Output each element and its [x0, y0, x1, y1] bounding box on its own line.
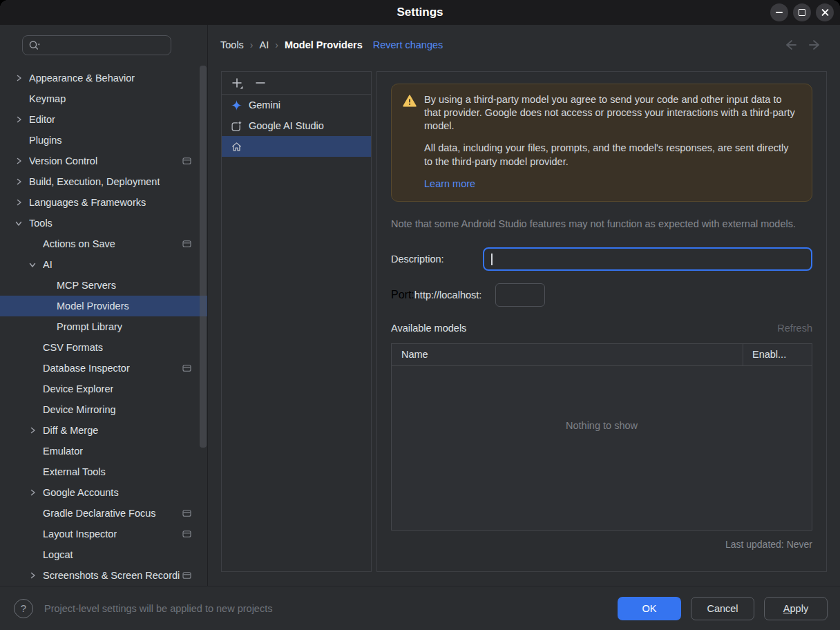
sidebar-item-languages-frameworks[interactable]: Languages & Frameworks — [0, 192, 207, 213]
ide-settings-badge-icon — [182, 240, 191, 248]
breadcrumb-tools[interactable]: Tools — [220, 39, 244, 50]
sidebar-item-actions-on-save[interactable]: Actions on Save — [0, 233, 207, 254]
sidebar-item-device-mirroring[interactable]: Device Mirroring — [0, 399, 207, 420]
provider-item-gemini[interactable]: Gemini — [222, 95, 371, 115]
sidebar-item-label: MCP Servers — [57, 280, 116, 291]
sidebar-item-layout-inspector[interactable]: Layout Inspector — [0, 524, 207, 544]
text-caret — [491, 254, 493, 265]
models-table-header: Name Enabl... — [392, 344, 812, 366]
cancel-button[interactable]: Cancel — [691, 597, 754, 620]
breadcrumb-ai[interactable]: AI — [260, 39, 269, 50]
sidebar-item-build-execution-deployment[interactable]: Build, Execution, Deployment — [0, 171, 207, 192]
settings-search-box[interactable] — [22, 35, 171, 55]
sidebar-item-label: AI — [43, 259, 52, 270]
help-button[interactable]: ? — [14, 599, 33, 618]
warning-paragraph-1: By using a third-party model you agree t… — [424, 93, 799, 133]
provider-detail-panel: By using a third-party model you agree t… — [376, 71, 827, 572]
apply-button[interactable]: Apply — [764, 597, 828, 620]
window-controls — [770, 3, 834, 21]
sidebar-item-mcp-servers[interactable]: MCP Servers — [0, 275, 207, 296]
provider-item-new[interactable] — [222, 136, 371, 157]
sidebar-item-version-control[interactable]: Version Control — [0, 151, 207, 171]
models-table: Name Enabl... Nothing to show — [391, 343, 812, 531]
sidebar-item-label: CSV Formats — [43, 342, 103, 353]
sidebar-item-csv-formats[interactable]: CSV Formats — [0, 337, 207, 358]
sidebar-item-screenshots-screen-recordi[interactable]: Screenshots & Screen Recordi — [0, 565, 207, 586]
history-nav — [783, 39, 822, 50]
sidebar-item-label: External Tools — [43, 466, 106, 477]
external-models-note: Note that some Android Studio features m… — [391, 218, 812, 229]
column-header-name[interactable]: Name — [392, 349, 743, 360]
close-button[interactable] — [816, 3, 834, 21]
chevron-right-icon[interactable] — [14, 198, 23, 207]
chevron-down-icon[interactable] — [14, 218, 23, 228]
remove-provider-button[interactable] — [254, 77, 267, 89]
sidebar-item-diff-merge[interactable]: Diff & Merge — [0, 420, 207, 441]
search-input[interactable] — [44, 39, 151, 52]
chevron-right-icon[interactable] — [28, 488, 37, 497]
sidebar-item-editor[interactable]: Editor — [0, 109, 207, 130]
learn-more-link[interactable]: Learn more — [424, 178, 475, 191]
sidebar-item-keymap[interactable]: Keymap — [0, 88, 207, 109]
sidebar-item-external-tools[interactable]: External Tools — [0, 461, 207, 482]
sidebar-item-device-explorer[interactable]: Device Explorer — [0, 379, 207, 399]
sidebar-item-gradle-declarative-focus[interactable]: Gradle Declarative Focus — [0, 503, 207, 524]
add-provider-button[interactable] — [231, 77, 243, 89]
description-label: Description: — [391, 254, 483, 265]
back-arrow-icon[interactable] — [783, 39, 797, 50]
sidebar-item-label: Google Accounts — [43, 487, 119, 498]
search-icon — [28, 39, 41, 51]
sidebar-scrollbar[interactable] — [200, 66, 207, 448]
sidebar-item-emulator[interactable]: Emulator — [0, 441, 207, 461]
revert-changes-link[interactable]: Revert changes — [373, 39, 443, 50]
chevron-down-icon[interactable] — [28, 260, 37, 269]
home-icon — [231, 141, 242, 153]
sidebar-item-appearance-behavior[interactable]: Appearance & Behavior — [0, 68, 207, 88]
sidebar-item-plugins[interactable]: Plugins — [0, 130, 207, 151]
ide-settings-badge-icon — [182, 157, 191, 165]
sidebar-item-label: Version Control — [29, 155, 97, 166]
ai-studio-icon — [231, 120, 242, 132]
port-field[interactable] — [495, 283, 545, 307]
sidebar-item-label: Diff & Merge — [43, 425, 98, 436]
sidebar-item-label: Database Inspector — [43, 363, 130, 374]
minimize-icon — [776, 12, 783, 13]
sidebar-item-database-inspector[interactable]: Database Inspector — [0, 358, 207, 379]
ide-settings-badge-icon — [182, 364, 191, 372]
sidebar-item-tools[interactable]: Tools — [0, 213, 207, 233]
sidebar-item-label: Prompt Library — [57, 321, 122, 332]
sidebar-item-label: Tools — [29, 218, 52, 229]
column-header-enabled[interactable]: Enabl... — [743, 344, 812, 365]
refresh-button[interactable]: Refresh — [777, 323, 812, 334]
sidebar-item-prompt-library[interactable]: Prompt Library — [0, 316, 207, 337]
chevron-right-icon[interactable] — [14, 156, 23, 166]
provider-list: GeminiGoogle AI Studio — [222, 95, 371, 157]
sidebar-item-google-accounts[interactable]: Google Accounts — [0, 482, 207, 503]
provider-item-google-ai-studio[interactable]: Google AI Studio — [222, 115, 371, 136]
breadcrumb: Tools › AI › Model Providers Revert chan… — [208, 25, 840, 71]
nothing-to-show-text: Nothing to show — [566, 420, 638, 530]
chevron-right-icon[interactable] — [14, 177, 23, 187]
breadcrumb-model-providers: Model Providers — [285, 39, 363, 50]
forward-arrow-icon[interactable] — [808, 39, 822, 50]
description-field[interactable] — [483, 247, 812, 271]
sidebar-item-model-providers[interactable]: Model Providers — [0, 296, 207, 316]
breadcrumb-separator-icon: › — [275, 39, 278, 50]
plus-icon — [231, 77, 243, 89]
minimize-button[interactable] — [770, 3, 788, 21]
sidebar-item-logcat[interactable]: Logcat — [0, 544, 207, 565]
sidebar-item-label: Device Explorer — [43, 383, 113, 394]
settings-window: Settings Appearance & BehaviorKeymapEdit… — [0, 0, 840, 630]
warning-icon — [403, 95, 417, 107]
chevron-right-icon[interactable] — [14, 73, 23, 83]
maximize-button[interactable] — [793, 3, 811, 21]
localhost-prefix: http://localhost: — [414, 289, 482, 300]
sidebar-item-label: Editor — [29, 114, 55, 125]
chevron-right-icon[interactable] — [28, 571, 37, 580]
last-updated-text: Last updated: Never — [391, 539, 812, 550]
chevron-right-icon[interactable] — [28, 426, 37, 435]
chevron-right-icon[interactable] — [14, 115, 23, 124]
ok-button[interactable]: OK — [618, 597, 681, 620]
sidebar-item-ai[interactable]: AI — [0, 254, 207, 275]
sidebar-item-label: Actions on Save — [43, 238, 115, 249]
